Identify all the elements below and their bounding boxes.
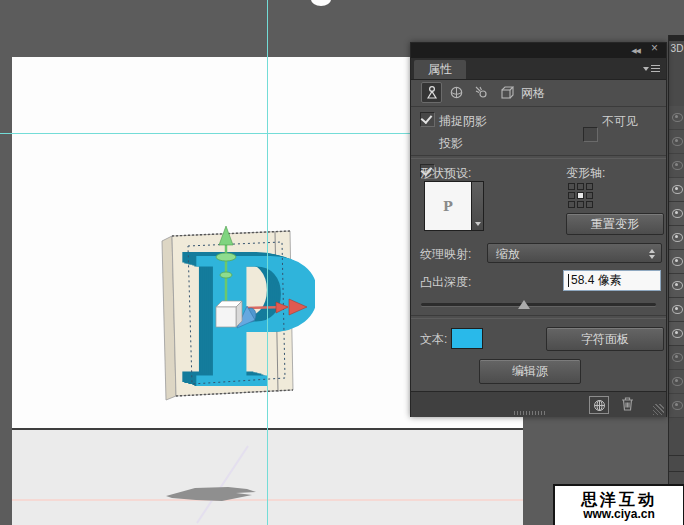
eye-toggle[interactable] [669, 226, 684, 250]
character-panel-button[interactable]: 字符面板 [546, 327, 664, 351]
panel-drag-handle[interactable] [514, 411, 546, 415]
widget-cube-front[interactable] [216, 307, 236, 327]
axis-cell[interactable] [586, 183, 593, 190]
shape-preset-thumbnail[interactable]: P [424, 181, 472, 231]
vertical-guide[interactable] [267, 0, 268, 525]
slider-track[interactable] [421, 303, 656, 306]
watermark-title: 思洋互动 [581, 491, 657, 508]
eye-icon [672, 281, 683, 290]
eye-toggle[interactable] [669, 106, 684, 130]
delete-button[interactable] [620, 396, 635, 415]
axis-cell[interactable] [586, 192, 593, 199]
edit-source-button[interactable]: 编辑源 [479, 359, 581, 384]
menu-lines-icon [651, 65, 660, 72]
preset-letter: P [443, 199, 453, 214]
shape-preset-dropdown-button[interactable] [471, 181, 484, 231]
extrusion-depth-input[interactable] [563, 270, 661, 291]
eye-toggle[interactable] [669, 370, 684, 394]
3d-panel-edge: 3D [668, 35, 684, 525]
watermark: 思洋互动 www.ciya.cn [553, 484, 684, 525]
globe-icon [593, 399, 606, 412]
panel-menu-button[interactable] [643, 65, 660, 72]
filter-icon-row: 网格 [411, 79, 666, 107]
eye-icon [672, 257, 683, 266]
eye-icon [672, 185, 683, 194]
mesh-figure-icon [424, 85, 439, 100]
axis-cell[interactable] [568, 183, 575, 190]
extrusion-depth-slider[interactable] [421, 299, 656, 311]
mesh-filter-label: 网格 [521, 85, 545, 102]
3d-panel-title: 3D [669, 43, 684, 54]
cast-shadow-label: 投影 [439, 135, 463, 152]
scene-cube-icon [499, 85, 514, 100]
text-color-swatch[interactable] [451, 328, 483, 349]
text-label: 文本: [420, 331, 447, 348]
materials-filter-button[interactable] [446, 82, 467, 103]
axis-cell[interactable] [568, 201, 575, 208]
eye-icon [672, 113, 683, 122]
materials-sphere-icon [449, 85, 464, 100]
axis-cell[interactable] [568, 192, 575, 199]
horizontal-guide[interactable] [0, 133, 410, 134]
axis-cell[interactable] [577, 183, 584, 190]
eye-toggle[interactable] [669, 394, 684, 418]
eye-toggle[interactable] [669, 322, 684, 346]
collapse-to-icons-button[interactable]: ◀◀ [631, 43, 640, 58]
deformation-axis-grid[interactable] [568, 183, 593, 208]
text-caret [568, 274, 569, 287]
y-rotate-disc[interactable] [220, 272, 232, 278]
eye-icon [672, 377, 683, 386]
eye-icon [672, 329, 683, 338]
eye-toggle[interactable] [669, 274, 684, 298]
panel-header-bar: ◀◀ × [411, 43, 666, 58]
eye-icon [672, 233, 683, 242]
section-divider [411, 155, 666, 159]
eye-toggle[interactable] [669, 130, 684, 154]
eye-toggle[interactable] [669, 250, 684, 274]
mesh-filter-button[interactable] [421, 82, 442, 103]
tab-properties[interactable]: 属性 [414, 60, 466, 79]
capture-shadow-label: 捕捉阴影 [439, 113, 487, 130]
coordinates-toggle-button[interactable] [589, 396, 609, 414]
letter-cast-shadow [166, 487, 256, 501]
watermark-url: www.ciya.cn [583, 508, 655, 521]
light-icon [474, 85, 489, 100]
eye-toggle[interactable] [669, 298, 684, 322]
photoshop-workspace: P P P P P P P P [0, 0, 684, 525]
panel-tab-bar: 属性 [411, 58, 666, 80]
slider-thumb[interactable] [518, 300, 530, 309]
eye-toggle[interactable] [669, 178, 684, 202]
eye-toggle[interactable] [669, 154, 684, 178]
texture-mapping-select[interactable]: 缩放 [487, 243, 662, 263]
deform-axis-label: 变形轴: [566, 165, 605, 182]
axis-cell[interactable] [586, 201, 593, 208]
axis-cell-center[interactable] [577, 192, 584, 199]
eye-icon [672, 161, 683, 170]
ground-axis-line [197, 446, 248, 523]
eye-icon [672, 353, 683, 362]
panel-resize-grip[interactable] [653, 404, 664, 415]
select-spin-icon [649, 249, 655, 259]
eye-toggle[interactable] [669, 202, 684, 226]
texture-mapping-label: 纹理映射: [420, 246, 471, 263]
y-scale-disc[interactable] [216, 253, 236, 261]
eye-icon [672, 401, 683, 410]
eye-toggle[interactable] [669, 346, 684, 370]
capture-shadow-checkbox[interactable] [420, 112, 435, 127]
invisible-label: 不可见 [602, 113, 638, 130]
properties-panel: ◀◀ × 属性 [410, 42, 667, 417]
scene-filter-button[interactable] [496, 82, 517, 103]
eye-icon [672, 137, 683, 146]
invisible-checkbox[interactable] [583, 127, 598, 142]
3d-panel-top-cap [669, 35, 684, 41]
lights-filter-button[interactable] [471, 82, 492, 103]
reset-deformation-button[interactable]: 重置变形 [566, 213, 664, 235]
shape-preset-label: 形状预设: [420, 165, 471, 182]
3d-letter-object[interactable]: P P P P P P P P [150, 218, 315, 403]
texture-mapping-value: 缩放 [496, 247, 520, 261]
3d-layer-visibility-list [669, 106, 684, 418]
close-panel-button[interactable]: × [651, 41, 658, 56]
axis-cell[interactable] [577, 201, 584, 208]
trash-icon [620, 396, 635, 412]
eye-icon [672, 305, 683, 314]
